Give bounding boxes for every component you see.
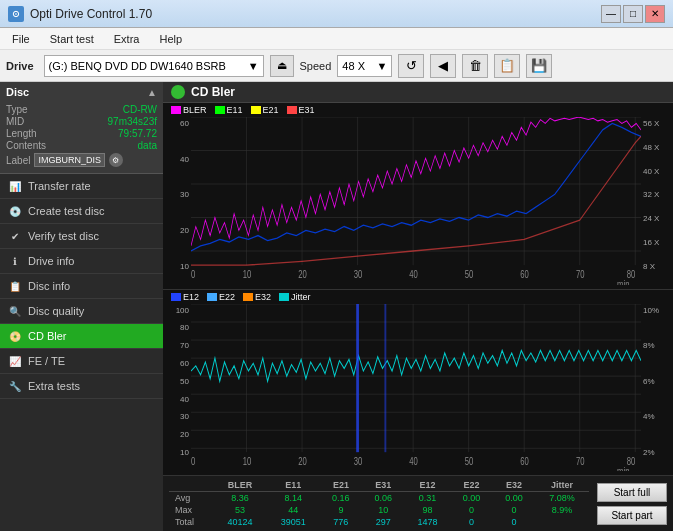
right-16x: 16 X: [643, 238, 671, 247]
disc-info-icon: 📋: [8, 279, 22, 293]
fe-te-icon: 📈: [8, 354, 22, 368]
disc-panel: Disc ▲ Type CD-RW MID 97m34s23f Length 7…: [0, 82, 163, 174]
cd-bler-icon: 📀: [8, 329, 22, 343]
sidebar-nav: 📊 Transfer rate 💿 Create test disc ✔ Ver…: [0, 174, 163, 531]
length-value: 79:57.72: [118, 128, 157, 139]
total-jitter: [535, 516, 589, 528]
stats-avg-row: Avg 8.36 8.14 0.16 0.06 0.31 0.00 0.00 7…: [169, 492, 589, 505]
prev-button[interactable]: ◀: [430, 54, 456, 78]
total-label: Total: [169, 516, 213, 528]
svg-text:40: 40: [409, 269, 418, 280]
close-button[interactable]: ✕: [645, 5, 665, 23]
max-e22: 0: [450, 504, 492, 516]
svg-text:min: min: [617, 466, 629, 471]
copy-button[interactable]: 📋: [494, 54, 520, 78]
right-40x: 40 X: [643, 167, 671, 176]
sidebar-item-disc-info[interactable]: 📋 Disc info: [0, 274, 163, 299]
refresh-button[interactable]: ↺: [398, 54, 424, 78]
legend-bler: BLER: [171, 105, 207, 115]
right-6pct: 6%: [643, 377, 671, 386]
sidebar-item-extra-tests[interactable]: 🔧 Extra tests: [0, 374, 163, 399]
nav-label-verify-test: Verify test disc: [28, 230, 99, 242]
avg-e11: 8.14: [267, 492, 320, 505]
drive-select[interactable]: (G:) BENQ DVD DD DW1640 BSRB ▼: [44, 55, 264, 77]
legend-e31: E31: [287, 105, 315, 115]
svg-text:20: 20: [298, 269, 307, 280]
start-full-button[interactable]: Start full: [597, 483, 667, 502]
top-chart-svg-container: 0 10 20 30 40 50 60 70 80 min: [191, 117, 641, 285]
avg-jitter: 7.08%: [535, 492, 589, 505]
start-part-button[interactable]: Start part: [597, 506, 667, 525]
svg-text:30: 30: [354, 269, 363, 280]
legend-e21: E21: [251, 105, 279, 115]
legend-e12: E12: [171, 292, 199, 302]
menu-extra[interactable]: Extra: [106, 31, 148, 47]
bottom-chart-inner: 100 80 70 60 50 40 30 20 10: [163, 304, 673, 472]
nav-label-fe-te: FE / TE: [28, 355, 65, 367]
sidebar-item-create-test-disc[interactable]: 💿 Create test disc: [0, 199, 163, 224]
menu-help[interactable]: Help: [151, 31, 190, 47]
top-y-axis: 60 40 30 20 10: [163, 117, 191, 285]
svg-text:60: 60: [520, 455, 529, 466]
save-button[interactable]: 💾: [526, 54, 552, 78]
label-icon[interactable]: ⚙: [109, 153, 123, 167]
menu-start-test[interactable]: Start test: [42, 31, 102, 47]
erase-button[interactable]: 🗑: [462, 54, 488, 78]
max-e32: 0: [493, 504, 535, 516]
sidebar-item-disc-quality[interactable]: 🔍 Disc quality: [0, 299, 163, 324]
contents-value: data: [138, 140, 157, 151]
max-label: Max: [169, 504, 213, 516]
extra-tests-icon: 🔧: [8, 379, 22, 393]
max-bler: 53: [213, 504, 266, 516]
svg-text:10: 10: [243, 455, 252, 466]
sidebar-item-fe-te[interactable]: 📈 FE / TE: [0, 349, 163, 374]
max-e31: 10: [362, 504, 404, 516]
y-10b: 10: [180, 448, 189, 457]
svg-text:30: 30: [354, 455, 363, 466]
right-56x: 56 X: [643, 119, 671, 128]
max-e21: 9: [320, 504, 362, 516]
mid-label: MID: [6, 116, 24, 127]
sidebar-item-drive-info[interactable]: ℹ Drive info: [0, 249, 163, 274]
max-e12: 98: [404, 504, 450, 516]
maximize-button[interactable]: □: [623, 5, 643, 23]
y-20b: 20: [180, 430, 189, 439]
sidebar-item-transfer-rate[interactable]: 📊 Transfer rate: [0, 174, 163, 199]
chart-title: CD Bler: [191, 85, 235, 99]
drive-select-value: (G:) BENQ DVD DD DW1640 BSRB: [49, 60, 226, 72]
mid-value: 97m34s23f: [108, 116, 157, 127]
eject-button[interactable]: ⏏: [270, 55, 294, 77]
legend-e11: E11: [215, 105, 243, 115]
stats-header-row: BLER E11 E21 E31 E12 E22 E32 Jitter: [169, 479, 589, 492]
legend-e22: E22: [207, 292, 235, 302]
avg-e12: 0.31: [404, 492, 450, 505]
avg-e31: 0.06: [362, 492, 404, 505]
bler-label: BLER: [183, 105, 207, 115]
disc-arrow[interactable]: ▲: [147, 87, 157, 98]
bottom-y-axis: 100 80 70 60 50 40 30 20 10: [163, 304, 191, 472]
disc-type-row: Type CD-RW: [6, 104, 157, 115]
y-70: 70: [180, 341, 189, 350]
e21-label: E21: [263, 105, 279, 115]
col-header-e21: E21: [320, 479, 362, 492]
right-24x: 24 X: [643, 214, 671, 223]
col-header-e31: E31: [362, 479, 404, 492]
sidebar-item-verify-test-disc[interactable]: ✔ Verify test disc: [0, 224, 163, 249]
speed-select[interactable]: 48 X ▼: [337, 55, 392, 77]
e31-color: [287, 106, 297, 114]
sidebar-item-cd-bler[interactable]: 📀 CD Bler: [0, 324, 163, 349]
top-chart-inner: 60 40 30 20 10: [163, 117, 673, 285]
transfer-rate-icon: 📊: [8, 179, 22, 193]
stats-area: BLER E11 E21 E31 E12 E22 E32 Jitter Avg: [163, 476, 673, 531]
nav-label-extra-tests: Extra tests: [28, 380, 80, 392]
y-30: 30: [180, 190, 189, 199]
nav-label-transfer-rate: Transfer rate: [28, 180, 91, 192]
speed-value: 48 X: [342, 60, 365, 72]
disc-mid-row: MID 97m34s23f: [6, 116, 157, 127]
drive-bar: Drive (G:) BENQ DVD DD DW1640 BSRB ▼ ⏏ S…: [0, 50, 673, 82]
svg-text:40: 40: [409, 455, 418, 466]
minimize-button[interactable]: —: [601, 5, 621, 23]
menu-file[interactable]: File: [4, 31, 38, 47]
cd-bler-header-icon: [171, 85, 185, 99]
stats-max-row: Max 53 44 9 10 98 0 0 8.9%: [169, 504, 589, 516]
